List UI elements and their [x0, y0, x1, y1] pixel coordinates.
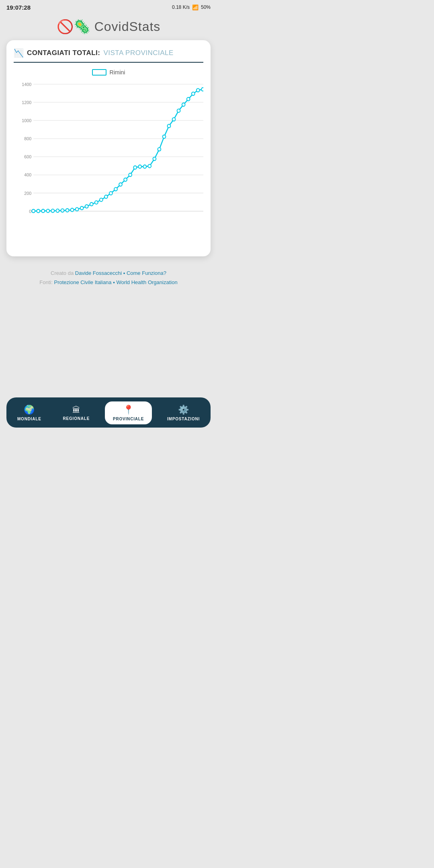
card-header: 📉 CONTAGIATI TOTALI: VISTA PROVINCIALE	[14, 48, 203, 63]
svg-point-39	[80, 207, 84, 210]
svg-point-41	[90, 203, 93, 206]
card-title-main: CONTAGIATI TOTALI:	[27, 49, 100, 57]
svg-point-42	[95, 201, 98, 204]
nav-impostazioni[interactable]: ⚙️ IMPOSTAZIONI	[161, 403, 206, 423]
app-logo-icon: 🚫🦠	[57, 18, 90, 35]
svg-point-35	[61, 209, 64, 212]
svg-text:800: 800	[24, 136, 31, 141]
card-chart-icon: 📉	[14, 48, 24, 58]
svg-text:400: 400	[24, 172, 31, 177]
svg-point-60	[182, 103, 185, 106]
status-time: 19:07:28	[6, 4, 31, 11]
source2-link[interactable]: World Health Organization	[116, 279, 177, 285]
created-by-label: Creato da	[51, 270, 74, 276]
svg-point-31	[41, 209, 45, 213]
provinciale-icon: 📍	[123, 405, 134, 415]
svg-point-40	[85, 205, 88, 208]
svg-point-34	[56, 209, 59, 212]
regionale-icon: 🏛	[72, 405, 81, 415]
svg-point-38	[76, 207, 79, 211]
svg-point-63	[197, 88, 200, 92]
svg-point-45	[109, 192, 113, 195]
svg-point-61	[187, 97, 190, 100]
footer-line1: Creato da Davide Fossacecchi • Come Funz…	[8, 268, 209, 278]
legend-label: Rimini	[110, 69, 125, 76]
svg-point-58	[172, 118, 176, 121]
svg-point-57	[168, 124, 171, 127]
mondiale-icon: 🌍	[24, 405, 35, 415]
svg-text:1200: 1200	[22, 100, 31, 104]
chart-area: .grid-line { stroke: #e0e0e0; stroke-wid…	[14, 80, 203, 249]
regionale-label: REGIONALE	[63, 416, 90, 421]
author-link[interactable]: Davide Fossacecchi	[75, 270, 122, 276]
footer-line2: Fonti: Protezione Civile Italiana • Worl…	[8, 278, 209, 287]
svg-point-43	[100, 198, 103, 201]
svg-point-55	[158, 147, 161, 151]
svg-point-59	[177, 109, 180, 112]
svg-point-30	[37, 209, 40, 213]
sources-label: Fonti:	[39, 279, 53, 285]
svg-point-62	[192, 92, 195, 95]
nav-mondiale[interactable]: 🌍 MONDIALE	[11, 403, 48, 423]
status-bar: 19:07:28 0.18 K/s 📶 50%	[0, 0, 217, 14]
separator1: •	[123, 270, 125, 276]
svg-point-53	[148, 164, 151, 168]
svg-text:200: 200	[24, 190, 31, 195]
app-title: CovidStats	[94, 19, 161, 34]
app-header: 🚫🦠 CovidStats	[0, 14, 217, 40]
svg-point-50	[133, 166, 137, 169]
impostazioni-icon: ⚙️	[178, 405, 189, 415]
svg-text:600: 600	[24, 154, 31, 159]
svg-point-52	[143, 165, 146, 168]
separator2: •	[113, 279, 115, 285]
svg-point-44	[104, 195, 108, 198]
source1-link[interactable]: Protezione Civile Italiana	[54, 279, 112, 285]
svg-point-46	[114, 187, 117, 190]
svg-text:1000: 1000	[22, 118, 31, 123]
footer-info: Creato da Davide Fossacecchi • Come Funz…	[0, 264, 217, 295]
status-right: 0.18 K/s 📶 50%	[172, 4, 211, 10]
svg-point-47	[119, 183, 122, 186]
svg-point-51	[138, 165, 141, 168]
how-link[interactable]: Come Funziona?	[127, 270, 166, 276]
svg-point-56	[163, 135, 166, 138]
svg-point-54	[153, 157, 156, 160]
impostazioni-label: IMPOSTAZIONI	[167, 417, 200, 421]
legend-color-box	[92, 69, 106, 76]
signal-icon: 📶	[192, 4, 199, 10]
mondiale-label: MONDIALE	[17, 417, 41, 421]
svg-point-32	[46, 209, 49, 212]
chart-card: 📉 CONTAGIATI TOTALI: VISTA PROVINCIALE R…	[6, 40, 211, 256]
nav-regionale[interactable]: 🏛 REGIONALE	[57, 404, 96, 422]
svg-text:0: 0	[29, 209, 31, 213]
battery-label: 50%	[201, 4, 211, 10]
provinciale-label: PROVINCIALE	[113, 417, 144, 421]
svg-text:1400: 1400	[22, 82, 31, 86]
svg-point-33	[51, 209, 54, 212]
svg-point-37	[71, 208, 74, 211]
chart-legend: Rimini	[14, 69, 203, 76]
chart-svg: .grid-line { stroke: #e0e0e0; stroke-wid…	[14, 80, 203, 249]
svg-point-36	[66, 209, 69, 212]
bottom-nav: 🌍 MONDIALE 🏛 REGIONALE 📍 PROVINCIALE ⚙️ …	[6, 397, 211, 428]
card-title-sub: VISTA PROVINCIALE	[103, 49, 173, 57]
nav-provinciale[interactable]: 📍 PROVINCIALE	[105, 401, 152, 424]
network-speed: 0.18 K/s	[172, 4, 190, 10]
svg-point-64	[201, 88, 203, 91]
svg-point-49	[129, 173, 132, 176]
svg-point-29	[32, 209, 35, 213]
svg-point-48	[124, 178, 127, 181]
